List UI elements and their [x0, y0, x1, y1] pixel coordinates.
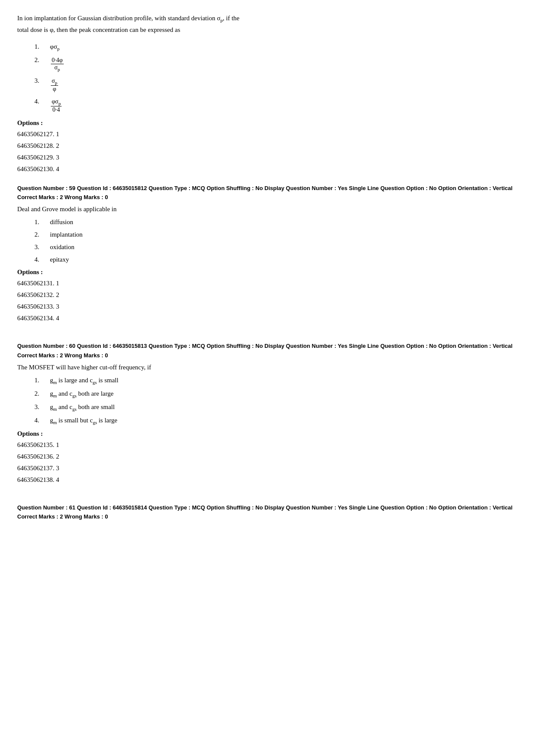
q59-option-2: 2. implantation	[34, 231, 517, 238]
option-number: 2.	[34, 390, 43, 397]
option-number: 3.	[34, 77, 43, 84]
option-text: gm and cgs both are large	[50, 390, 114, 398]
option-code: 64635062134. 4	[17, 312, 517, 324]
q60-text: The MOSFET will have higher cut-off freq…	[17, 362, 517, 372]
fraction: φσp 0·4	[51, 98, 62, 113]
option-number: 2.	[34, 231, 43, 238]
q60-options-list: 1. gm is large and cgs is small 2. gm an…	[34, 377, 517, 425]
option-code: 64635062128. 2	[17, 140, 517, 152]
q59-option-codes: 64635062131. 1 64635062132. 2 6463506213…	[17, 278, 517, 324]
option-code: 64635062132. 2	[17, 289, 517, 301]
option-code: 64635062133. 3	[17, 301, 517, 312]
q61-marks: Correct Marks : 2 Wrong Marks : 0	[17, 513, 517, 520]
q60-option-2: 2. gm and cgs both are large	[34, 390, 517, 398]
option-number: 1.	[34, 219, 43, 226]
option-number: 1.	[34, 377, 43, 384]
q59-option-1: 1. diffusion	[34, 219, 517, 226]
option-code: 64635062130. 4	[17, 163, 517, 175]
q60-option-3: 3. gm and cgs both are small	[34, 403, 517, 412]
question-61: Question Number : 61 Question Id : 64635…	[17, 503, 517, 520]
q60-marks: Correct Marks : 2 Wrong Marks : 0	[17, 352, 517, 359]
option-text: gm is large and cgs is small	[50, 377, 118, 385]
q60-options-label: Options :	[17, 430, 517, 437]
q58-option-codes: 64635062127. 1 64635062128. 2 6463506212…	[17, 128, 517, 175]
option-text: epitaxy	[50, 256, 69, 263]
q59-option-4: 4. epitaxy	[34, 256, 517, 263]
question-60: Question Number : 60 Question Id : 64635…	[17, 342, 517, 486]
option-code: 64635062127. 1	[17, 128, 517, 140]
q60-option-codes: 64635062135. 1 64635062136. 2 6463506213…	[17, 439, 517, 486]
q59-text: Deal and Grove model is applicable in	[17, 204, 517, 214]
option-code: 64635062131. 1	[17, 278, 517, 289]
option-code: 64635062138. 4	[17, 474, 517, 486]
option-code: 64635062137. 3	[17, 462, 517, 474]
intro-paragraph: In ion implantation for Gaussian distrib…	[17, 13, 517, 35]
option-number: 3.	[34, 403, 43, 411]
q58-option-2: 2. 0·4φ σp	[34, 56, 517, 72]
q60-meta: Question Number : 60 Question Id : 64635…	[17, 342, 517, 350]
q60-option-1: 1. gm is large and cgs is small	[34, 377, 517, 385]
option-text: gm and cgs both are small	[50, 403, 115, 412]
q59-options-label: Options :	[17, 269, 517, 276]
fraction: σp φ	[51, 78, 58, 93]
q58-options-list: 1. φσp 2. 0·4φ σp 3. σp φ 4. φσp 0·4	[34, 43, 517, 113]
question-59: Question Number : 59 Question Id : 64635…	[17, 184, 517, 325]
q59-meta: Question Number : 59 Question Id : 64635…	[17, 184, 517, 193]
option-number: 4.	[34, 256, 43, 263]
option-number: 1.	[34, 43, 43, 50]
option-code: 64635062136. 2	[17, 451, 517, 462]
option-text: φσp	[50, 43, 59, 51]
option-text: gm is small but cgs is large	[50, 417, 117, 425]
option-code: 64635062135. 1	[17, 439, 517, 451]
q58-options-label: Options :	[17, 119, 517, 127]
q59-options-list: 1. diffusion 2. implantation 3. oxidatio…	[34, 219, 517, 263]
option-text: diffusion	[50, 219, 73, 226]
option-text: implantation	[50, 231, 83, 238]
q61-meta: Question Number : 61 Question Id : 64635…	[17, 503, 517, 512]
option-text: oxidation	[50, 244, 75, 251]
option-number: 4.	[34, 417, 43, 424]
q58-option-1: 1. φσp	[34, 43, 517, 51]
fraction: 0·4φ σp	[51, 57, 64, 72]
option-number: 3.	[34, 244, 43, 251]
q59-marks: Correct Marks : 2 Wrong Marks : 0	[17, 194, 517, 200]
option-code: 64635062129. 3	[17, 152, 517, 163]
q60-option-4: 4. gm is small but cgs is large	[34, 417, 517, 425]
q59-option-3: 3. oxidation	[34, 244, 517, 251]
option-number: 4.	[34, 98, 43, 105]
q58-option-4: 4. φσp 0·4	[34, 98, 517, 113]
option-number: 2.	[34, 56, 43, 64]
q58-option-3: 3. σp φ	[34, 77, 517, 93]
